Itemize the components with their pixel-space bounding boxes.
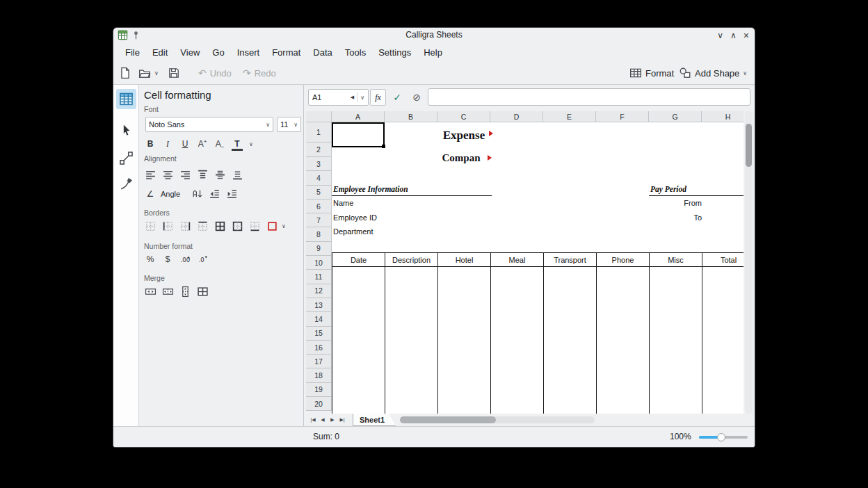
merge-vertical-button[interactable] [177, 284, 193, 299]
border-none-button[interactable] [143, 218, 158, 234]
angle-button[interactable]: ∠ [143, 186, 158, 202]
menu-item[interactable]: Settings [372, 45, 417, 60]
shrink-font-button[interactable]: A− [212, 136, 227, 152]
sheet-tab[interactable]: Sheet1 [353, 414, 396, 426]
table-column-line[interactable] [332, 267, 385, 414]
select-all-corner[interactable] [306, 111, 332, 122]
table-header-cell[interactable]: Misc [649, 253, 702, 266]
chevron-down-icon[interactable]: ∨ [154, 70, 159, 76]
row-header[interactable]: 12 [306, 284, 332, 298]
decrease-indent-button[interactable] [207, 186, 222, 202]
table-column-line[interactable] [543, 267, 596, 414]
selection-handle[interactable] [382, 145, 385, 148]
new-document-button[interactable] [119, 64, 131, 82]
menu-item[interactable]: Help [417, 45, 449, 60]
row-header[interactable]: 4 [306, 171, 332, 185]
column-header[interactable]: D [490, 111, 543, 122]
formula-cancel-button[interactable]: ⊘ [408, 89, 425, 106]
cell-pay-period[interactable]: Pay Period [650, 184, 686, 194]
border-left-button[interactable] [160, 218, 175, 234]
table-column-line[interactable] [490, 267, 543, 414]
open-document-button[interactable]: ∨ [138, 64, 159, 82]
border-all-button[interactable] [212, 218, 227, 234]
zoom-slider[interactable] [699, 436, 748, 439]
column-header[interactable]: B [385, 111, 437, 122]
align-center-button[interactable] [160, 167, 175, 182]
column-header[interactable]: A [332, 111, 385, 122]
bold-button[interactable]: B [143, 136, 158, 152]
menu-item[interactable]: Format [266, 45, 307, 60]
row-header[interactable]: 5 [306, 186, 332, 200]
border-top-button[interactable] [195, 218, 210, 234]
table-header-cell[interactable]: Meal [490, 253, 543, 266]
row-header[interactable]: 15 [306, 327, 332, 341]
column-header[interactable]: C [437, 111, 490, 122]
selection-tool-button[interactable] [116, 120, 136, 140]
last-sheet-button[interactable]: ▶| [337, 415, 347, 425]
add-shape-button[interactable]: Add Shape∨ [679, 64, 747, 82]
italic-button[interactable]: I [160, 136, 175, 152]
border-right-button[interactable] [177, 218, 193, 234]
column-header[interactable]: F [596, 111, 649, 122]
row-header[interactable]: 13 [306, 298, 332, 312]
minimize-button[interactable]: ∨ [717, 28, 723, 43]
row-header[interactable]: 18 [306, 368, 332, 382]
column-header[interactable]: E [543, 111, 596, 122]
table-header-cell[interactable]: Phone [596, 253, 649, 266]
align-left-button[interactable] [143, 167, 158, 182]
menu-item[interactable]: Edit [146, 45, 174, 60]
align-right-button[interactable] [177, 167, 193, 182]
row-header[interactable]: 1 [306, 122, 332, 143]
row-header[interactable]: 2 [306, 143, 332, 157]
table-column-line[interactable] [385, 267, 437, 414]
cell-to-label[interactable]: To [649, 213, 702, 222]
cell-title-expense[interactable]: Expense [385, 126, 543, 145]
menu-item[interactable]: Data [307, 45, 338, 60]
cell-employee-id-label[interactable]: Employee ID [333, 213, 377, 222]
table-column-line[interactable] [649, 267, 702, 414]
menu-item[interactable]: Tools [339, 45, 372, 60]
horizontal-scrollbar[interactable] [400, 416, 595, 423]
unmerge-cells-button[interactable] [195, 284, 210, 299]
calligraphy-tool-button[interactable] [116, 174, 136, 194]
row-header[interactable]: 17 [306, 355, 332, 368]
row-header[interactable]: 20 [306, 397, 332, 411]
text-color-button[interactable]: T [230, 136, 245, 152]
row-header[interactable]: 10 [306, 256, 332, 270]
decrease-precision-button[interactable]: .0 [195, 252, 210, 267]
save-button[interactable] [168, 64, 180, 82]
border-outline-button[interactable] [230, 218, 245, 234]
align-bottom-button[interactable] [230, 167, 245, 182]
next-sheet-button[interactable]: ▶ [328, 415, 337, 425]
font-size-select[interactable]: 11 ∨ [277, 117, 301, 132]
row-header[interactable]: 16 [306, 341, 332, 355]
redo-button[interactable]: ↷Redo [243, 64, 276, 82]
cell-department-label[interactable]: Department [333, 227, 373, 236]
row-header[interactable]: 11 [306, 270, 332, 284]
row-header[interactable]: 9 [306, 242, 332, 256]
border-color-button[interactable] [264, 218, 280, 234]
font-more-dropdown[interactable]: ∨ [245, 136, 257, 152]
table-header-cell[interactable]: Transport [543, 253, 596, 266]
table-header-cell[interactable]: Hotel [437, 253, 490, 266]
menu-item[interactable]: Insert [231, 45, 266, 60]
row-header[interactable]: 3 [306, 157, 332, 171]
row-header[interactable]: 6 [306, 200, 332, 213]
merge-cells-button[interactable] [143, 284, 158, 299]
increase-precision-button[interactable]: .00 [177, 252, 193, 267]
formula-accept-button[interactable]: ✓ [389, 89, 405, 106]
cell-name-label[interactable]: Name [333, 198, 353, 208]
table-column-line[interactable] [437, 267, 490, 414]
row-header[interactable]: 8 [306, 227, 332, 241]
table-header-cell[interactable]: Date [332, 253, 385, 266]
table-column-line[interactable] [702, 267, 744, 414]
underline-button[interactable]: U [177, 136, 193, 152]
vertical-scrollbar[interactable] [745, 111, 753, 414]
cell-from-label[interactable]: From [649, 198, 702, 208]
table-column-line[interactable] [596, 267, 649, 414]
connector-tool-button[interactable] [116, 148, 136, 168]
sheet-grid[interactable]: Expense Compan Employee Information Pay … [332, 122, 744, 414]
zoom-slider-handle[interactable] [717, 433, 725, 441]
align-middle-button[interactable] [212, 167, 227, 182]
increase-indent-button[interactable] [224, 186, 239, 202]
